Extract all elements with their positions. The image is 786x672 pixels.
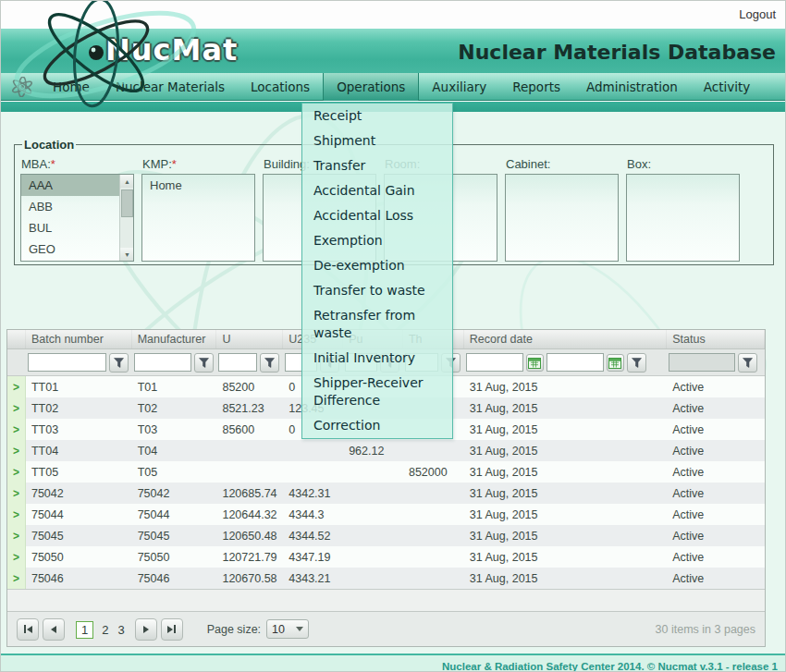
cell-status: Active	[667, 381, 765, 394]
listbox-kmp[interactable]: Home	[141, 174, 255, 262]
menu-item-exemption[interactable]: Exemption	[302, 228, 452, 253]
row-expander[interactable]: >	[7, 419, 26, 440]
listbox-box[interactable]	[626, 174, 740, 262]
filter-funnel-button[interactable]	[738, 353, 757, 373]
listbox-option-home[interactable]: Home	[142, 175, 254, 196]
cell-u: 120644.32	[216, 508, 283, 521]
cell-status: Active	[667, 530, 765, 543]
column-header-manufacturer[interactable]: Manufacturer	[132, 330, 217, 348]
operations-dropdown-menu: ReceiptShipmentTransferAccidental GainAc…	[301, 103, 453, 439]
listbox-mba[interactable]: AAAABBBULGEOKAZ▲▼	[20, 174, 134, 262]
row-expander[interactable]: >	[7, 483, 26, 504]
page-number-3[interactable]: 3	[117, 623, 124, 637]
menu-item-transfer[interactable]: Transfer	[302, 153, 452, 178]
cell-u235: 4347.19	[283, 551, 343, 564]
cell-record-date: 31 Aug, 2015	[464, 381, 667, 394]
page-number-1[interactable]: 1	[76, 621, 93, 639]
status-filter-input[interactable]	[669, 353, 735, 372]
scroll-down-button[interactable]: ▼	[120, 248, 134, 261]
scroll-up-button[interactable]: ▲	[120, 175, 134, 188]
cell-u: 85200	[216, 381, 283, 394]
nav-item-activity[interactable]: Activity	[691, 73, 764, 101]
calendar-icon-button[interactable]	[526, 354, 544, 372]
row-expander[interactable]: >	[7, 397, 26, 419]
table-row[interactable]: >7505075050120721.794347.1931 Aug, 2015A…	[7, 546, 765, 568]
cell-manufacturer: 75046	[132, 572, 217, 585]
table-row[interactable]: >7504675046120670.584343.2131 Aug, 2015A…	[7, 568, 765, 589]
listbox-option-geo[interactable]: GEO	[21, 238, 133, 260]
page-number-2[interactable]: 2	[102, 623, 108, 637]
next-page-button[interactable]	[135, 618, 157, 641]
filter-funnel-button[interactable]	[109, 353, 129, 373]
nav-item-locations[interactable]: Locations	[238, 73, 323, 101]
record-date-from-input[interactable]	[466, 353, 523, 372]
row-expander[interactable]: >	[7, 568, 26, 589]
table-row[interactable]: >TT05T0585200031 Aug, 2015Active	[7, 461, 765, 483]
table-row[interactable]: >7504575045120650.484344.5231 Aug, 2015A…	[7, 525, 765, 546]
record-date-to-input[interactable]	[547, 353, 604, 372]
nav-item-administration[interactable]: Administration	[573, 73, 691, 101]
menu-item-transfer-to-waste[interactable]: Transfer to waste	[302, 278, 452, 303]
column-header-u[interactable]: U	[216, 330, 283, 348]
menu-item-retransfer-from-waste[interactable]: Retransfer from waste	[302, 303, 452, 346]
row-expander[interactable]: >	[7, 525, 26, 546]
calendar-icon-button[interactable]	[607, 354, 624, 372]
filter-input-manufacturer[interactable]	[134, 353, 191, 372]
column-header-batch-number[interactable]: Batch number	[26, 330, 132, 348]
row-expander[interactable]: >	[7, 546, 26, 568]
filter-funnel-button[interactable]	[627, 353, 646, 373]
filter-funnel-button[interactable]	[260, 353, 279, 373]
scrollbar-thumb[interactable]	[121, 189, 133, 217]
listbox-option-kaz[interactable]: KAZ	[21, 260, 133, 262]
listbox-cabinet[interactable]	[505, 174, 619, 262]
menu-item-de-exemption[interactable]: De-exemption	[302, 253, 452, 278]
location-label-cabinet: Cabinet:	[506, 157, 619, 171]
menu-item-correction[interactable]: Correction	[302, 413, 452, 438]
row-expander[interactable]: >	[7, 504, 26, 525]
row-expander[interactable]: >	[7, 440, 26, 461]
location-legend: Location	[22, 138, 76, 152]
filter-input-batch-number[interactable]	[28, 353, 106, 372]
listbox-option-abb[interactable]: ABB	[21, 196, 133, 217]
cell-status: Active	[667, 445, 765, 458]
location-group-box: Box:	[626, 157, 740, 262]
nav-item-reports[interactable]: Reports	[499, 73, 573, 101]
table-row[interactable]: >7504275042120685.744342.3131 Aug, 2015A…	[7, 483, 765, 504]
last-page-button[interactable]	[161, 618, 183, 641]
column-header-status[interactable]: Status	[667, 330, 765, 348]
menu-item-shipper-receiver-difference[interactable]: Shipper-Receiver Difference	[302, 371, 452, 413]
listbox-option-bul[interactable]: BUL	[21, 217, 133, 238]
nav-item-auxiliary[interactable]: Auxiliary	[419, 73, 499, 101]
nav-item-nuclear-materials[interactable]: Nuclear Materials	[103, 73, 238, 101]
nav-item-operations[interactable]: Operations	[323, 73, 419, 101]
cell-pu: 962.12	[343, 445, 403, 458]
table-row[interactable]: >7504475044120644.324344.331 Aug, 2015Ac…	[7, 504, 765, 525]
cell-record-date: 31 Aug, 2015	[464, 551, 667, 564]
chevron-right-icon: >	[13, 488, 19, 499]
page-size-select[interactable]: 10	[266, 619, 309, 639]
cell-batch-number: TT01	[26, 381, 132, 394]
first-page-button[interactable]	[17, 618, 39, 641]
row-expander[interactable]: >	[7, 461, 26, 483]
chevron-right-icon: >	[13, 403, 19, 414]
scrollbar[interactable]: ▲▼	[119, 175, 133, 261]
previous-page-button[interactable]	[43, 618, 65, 641]
filter-funnel-button[interactable]	[194, 353, 214, 373]
menu-item-shipment[interactable]: Shipment	[302, 128, 452, 153]
column-header-record-date[interactable]: Record date	[464, 330, 667, 348]
chevron-right-icon: >	[13, 446, 19, 457]
row-expander[interactable]: >	[7, 376, 26, 397]
filter-input-u[interactable]	[218, 353, 257, 372]
table-row[interactable]: >TT04T04962.1231 Aug, 2015Active	[7, 440, 765, 461]
menu-item-receipt[interactable]: Receipt	[302, 104, 452, 128]
menu-item-initial-inventory[interactable]: Initial Inventory	[302, 346, 452, 371]
menu-item-accidental-gain[interactable]: Accidental Gain	[302, 178, 452, 203]
cell-record-date: 31 Aug, 2015	[464, 466, 667, 479]
menu-item-accidental-loss[interactable]: Accidental Loss	[302, 203, 452, 228]
nav-item-home[interactable]: Home	[40, 73, 103, 101]
location-label-text: KMP:	[142, 157, 172, 171]
logout-link[interactable]: Logout	[739, 7, 776, 21]
cell-record-date: 31 Aug, 2015	[464, 572, 667, 585]
location-group-mba: MBA:*AAAABBBULGEOKAZ▲▼	[20, 157, 134, 262]
listbox-option-aaa[interactable]: AAA	[21, 175, 133, 196]
